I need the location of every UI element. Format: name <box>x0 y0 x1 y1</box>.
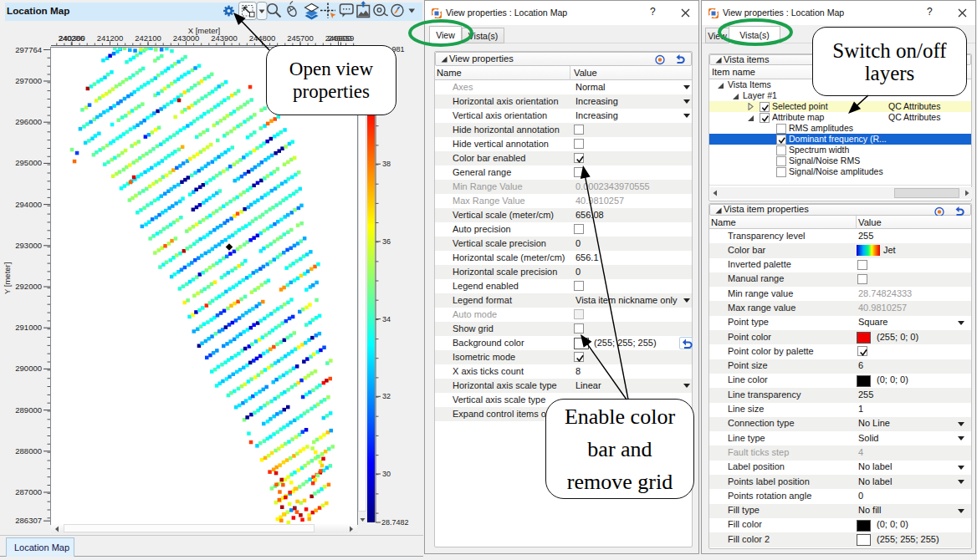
svg-text:34: 34 <box>382 315 391 323</box>
svg-text:30: 30 <box>382 470 391 478</box>
svg-text:38: 38 <box>382 160 391 168</box>
svg-text:32: 32 <box>382 392 391 400</box>
svg-text:36: 36 <box>382 237 391 246</box>
svg-text:28.7482: 28.7482 <box>381 518 409 527</box>
